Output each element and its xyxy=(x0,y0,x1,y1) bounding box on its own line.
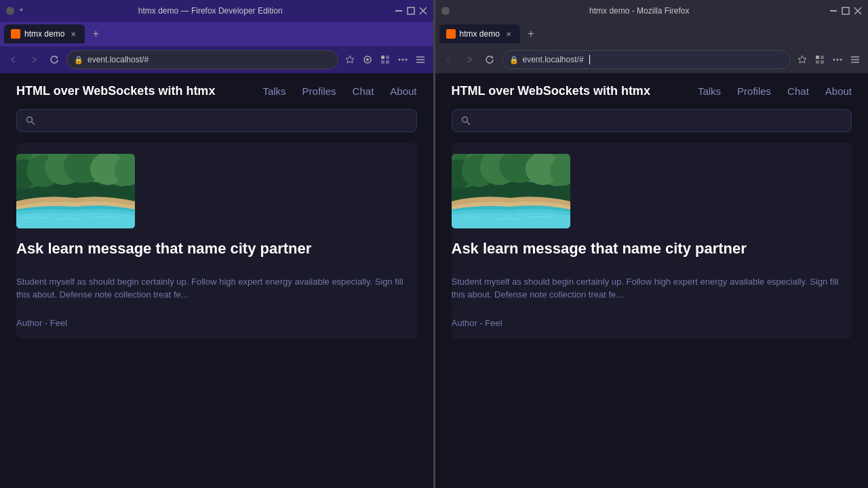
svg-point-47 xyxy=(840,59,842,61)
left-pin-icon xyxy=(18,6,27,16)
right-nav-talks[interactable]: Talks xyxy=(698,85,721,97)
right-security-icon: 🔒 xyxy=(509,56,519,64)
right-back-button[interactable] xyxy=(441,52,457,68)
right-extensions-icon[interactable] xyxy=(812,52,827,67)
svg-rect-10 xyxy=(381,56,384,59)
left-overflow-menu-icon[interactable] xyxy=(395,52,410,67)
right-new-tab-button[interactable]: + xyxy=(523,26,539,42)
right-search-box[interactable] xyxy=(452,109,852,132)
svg-rect-2 xyxy=(395,10,402,12)
left-tab-bar: htmx demo ✕ + xyxy=(0,22,433,46)
svg-marker-1 xyxy=(19,7,24,12)
right-title-bar: htmx demo - Mozilla Firefox xyxy=(435,0,869,22)
left-window-icon xyxy=(5,6,15,16)
svg-point-6 xyxy=(13,31,18,37)
svg-rect-44 xyxy=(821,60,824,64)
right-menu-icon[interactable] xyxy=(848,52,863,67)
left-forward-button[interactable] xyxy=(26,52,42,68)
right-window-icon xyxy=(441,6,450,16)
svg-point-16 xyxy=(405,59,407,61)
left-menu-icon[interactable] xyxy=(413,52,428,67)
svg-point-34 xyxy=(441,7,450,15)
right-search-input[interactable] xyxy=(477,115,844,126)
svg-rect-43 xyxy=(816,60,819,64)
svg-line-21 xyxy=(32,122,35,125)
left-reload-button[interactable] xyxy=(46,52,62,68)
svg-point-45 xyxy=(833,59,835,61)
right-active-tab[interactable]: htmx demo ✕ xyxy=(439,24,520,43)
left-nav-talks[interactable]: Talks xyxy=(262,85,285,97)
left-new-tab-button[interactable]: + xyxy=(87,26,104,42)
svg-rect-41 xyxy=(816,56,819,59)
left-active-tab[interactable]: htmx demo ✕ xyxy=(4,24,85,43)
right-card: Ask learn message that name city partner… xyxy=(452,143,852,339)
right-reload-button[interactable] xyxy=(481,52,498,68)
left-card-container: Ask learn message that name city partner… xyxy=(0,143,433,339)
left-nav-bar: 🔒 event.localhost/# xyxy=(0,46,433,73)
left-search-container xyxy=(0,109,433,143)
left-nav-profiles[interactable]: Profiles xyxy=(302,85,336,97)
svg-rect-36 xyxy=(842,7,849,14)
right-forward-button[interactable] xyxy=(461,52,477,68)
svg-point-9 xyxy=(366,58,369,61)
right-close-icon[interactable] xyxy=(853,6,863,16)
right-card-image-svg xyxy=(452,154,570,228)
left-card-image xyxy=(16,154,135,228)
svg-point-39 xyxy=(448,31,454,37)
left-title-right-controls xyxy=(394,6,428,16)
right-card-title: Ask learn message that name city partner xyxy=(452,239,852,259)
right-nav-right-icons xyxy=(795,52,863,67)
left-app-title: HTML over WebSockets with htmx xyxy=(16,84,262,98)
left-bookmark-star-icon[interactable] xyxy=(342,52,357,67)
left-window-controls xyxy=(5,6,27,16)
left-search-input[interactable] xyxy=(41,115,408,126)
right-minimize-icon[interactable] xyxy=(829,6,838,16)
right-card-description: Student myself as should begin certainly… xyxy=(452,275,852,302)
left-window-title: htmx demo — Firefox Developer Edition xyxy=(31,6,390,16)
left-close-icon[interactable] xyxy=(418,6,428,16)
svg-rect-12 xyxy=(381,60,384,64)
svg-rect-3 xyxy=(408,7,414,14)
right-nav-profiles[interactable]: Profiles xyxy=(737,85,771,97)
svg-rect-13 xyxy=(386,60,389,64)
right-tab-bar: htmx demo ✕ + xyxy=(435,22,869,46)
svg-rect-42 xyxy=(821,56,824,59)
svg-marker-7 xyxy=(346,56,354,63)
svg-line-52 xyxy=(467,122,470,125)
left-url-text: event.localhost/# xyxy=(87,55,149,64)
right-maximize-icon[interactable] xyxy=(841,6,850,16)
left-nav-right-icons xyxy=(342,52,428,67)
right-nav-about[interactable]: About xyxy=(825,85,852,97)
left-card-title: Ask learn message that name city partner xyxy=(16,239,417,259)
left-address-bar[interactable]: 🔒 event.localhost/# xyxy=(66,50,338,69)
left-nav-chat[interactable]: Chat xyxy=(353,85,374,97)
left-extensions-icon[interactable] xyxy=(378,52,393,67)
right-window-controls xyxy=(441,6,450,16)
left-card: Ask learn message that name city partner… xyxy=(16,143,417,339)
left-minimize-icon[interactable] xyxy=(394,6,403,16)
left-app-header: HTML over WebSockets with htmx Talks Pro… xyxy=(0,73,433,109)
right-tab-label: htmx demo xyxy=(460,29,500,39)
right-bookmark-star-icon[interactable] xyxy=(795,52,810,67)
right-overflow-menu-icon[interactable] xyxy=(830,52,845,67)
left-nav-about[interactable]: About xyxy=(390,85,416,97)
right-address-bar[interactable]: 🔒 event.localhost/# xyxy=(502,50,791,69)
right-nav-chat[interactable]: Chat xyxy=(787,85,809,97)
svg-point-51 xyxy=(462,117,467,123)
left-tab-label: htmx demo xyxy=(24,29,64,39)
svg-point-14 xyxy=(398,59,400,61)
left-app-nav: Talks Profiles Chat About xyxy=(262,85,416,97)
svg-point-0 xyxy=(6,7,14,15)
left-tab-favicon xyxy=(11,29,20,39)
right-tab-favicon xyxy=(446,29,456,39)
svg-marker-40 xyxy=(798,56,806,63)
left-back-button[interactable] xyxy=(5,52,22,68)
left-container-icon[interactable] xyxy=(360,52,375,67)
right-url-text: event.localhost/# xyxy=(523,55,584,64)
left-tab-close[interactable]: ✕ xyxy=(68,29,78,39)
left-page-content: HTML over WebSockets with htmx Talks Pro… xyxy=(0,73,433,488)
left-search-box[interactable] xyxy=(16,109,417,132)
right-search-container xyxy=(435,109,869,143)
left-maximize-icon[interactable] xyxy=(406,6,416,16)
right-tab-close[interactable]: ✕ xyxy=(504,29,513,39)
